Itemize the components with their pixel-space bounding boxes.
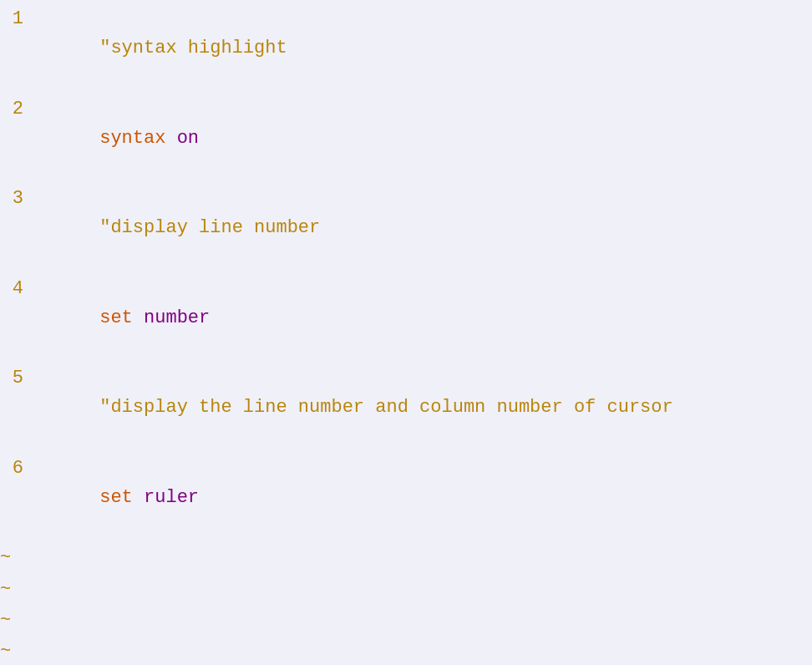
code-line-5: 5 "display the line number and column nu… [0,363,812,453]
tilde-line: ~ [0,574,812,605]
space-token [133,487,144,508]
tilde-line: ~ [0,605,812,636]
line-content-2: syntax on [33,94,812,183]
line-number-2: 2 [0,94,33,124]
line-content-5: "display the line number and column numb… [33,363,812,452]
code-line-3: 3 "display line number [0,183,812,273]
line-number-6: 6 [0,454,33,483]
tilde-char: ~ [0,637,11,665]
line-number-4: 4 [0,274,33,303]
vim-editor: 1 "syntax highlight 2 syntax on 3 "displ… [0,0,812,665]
tilde-char: ~ [0,543,11,572]
line-number-3: 3 [0,184,33,213]
tilde-char: ~ [0,575,11,604]
space-token [133,307,144,328]
value-token: ruler [144,487,199,508]
code-line-6: 6 set ruler [0,453,812,543]
line-number-5: 5 [0,363,33,393]
line-content-3: "display line number [33,184,812,272]
keyword-token: syntax [99,128,165,149]
tilde-line: ~ [0,636,812,665]
line-number-1: 1 [0,4,33,33]
tilde-char: ~ [0,606,11,635]
comment-token: "display line number [99,217,320,238]
comment-token: "display the line number and column numb… [99,397,673,418]
code-line-2: 2 syntax on [0,94,812,184]
code-line-4: 4 set number [0,273,812,363]
line-content-4: set number [33,274,812,363]
keyword-token: set [99,487,133,508]
value-token: on [177,128,199,149]
keyword-token: set [99,307,133,328]
value-token: number [144,307,210,328]
tilde-line: ~ [0,542,812,573]
comment-token: "syntax highlight [99,38,287,58]
space-token [165,128,176,149]
line-content-6: set ruler [33,454,812,542]
code-line-1: 1 "syntax highlight [0,3,812,94]
line-content-1: "syntax highlight [33,4,812,93]
